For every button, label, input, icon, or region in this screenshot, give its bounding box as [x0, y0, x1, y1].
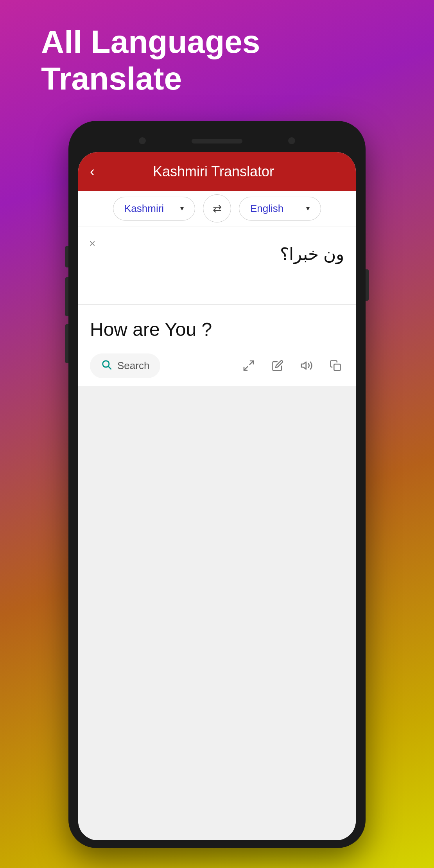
power-button [366, 269, 369, 301]
edit-button[interactable] [269, 357, 286, 374]
clear-button[interactable]: × [89, 237, 95, 250]
svg-line-1 [108, 366, 111, 369]
back-button[interactable]: ‹ [90, 163, 95, 180]
translated-text: How are You ? [90, 316, 344, 343]
earpiece-speaker [192, 139, 242, 143]
app-header: ‹ Kashmiri Translator [78, 152, 356, 191]
front-camera-right [288, 137, 295, 144]
source-text: ون خبرا؟ [90, 238, 344, 266]
volume-up-button [65, 277, 68, 316]
speaker-button[interactable] [298, 357, 315, 374]
translated-area: How are You ? Search [78, 305, 356, 386]
volume-silent-button [65, 246, 68, 267]
search-icon [101, 359, 112, 373]
source-language-label: Kashmiri [124, 203, 164, 215]
target-language-chevron: ▾ [306, 204, 310, 213]
svg-line-2 [250, 361, 253, 364]
svg-line-3 [244, 367, 247, 370]
action-bar: Search [90, 353, 344, 378]
target-language-dropdown[interactable]: English ▾ [239, 197, 321, 221]
app-title: Kashmiri Translator [106, 163, 321, 180]
source-language-chevron: ▾ [180, 204, 184, 213]
search-button[interactable]: Search [90, 353, 160, 378]
volume-down-button [65, 324, 68, 363]
page-title: All Languages Translate [41, 23, 393, 97]
svg-rect-5 [334, 364, 340, 371]
source-text-area: × ون خبرا؟ [78, 226, 356, 305]
bottom-area [78, 386, 356, 840]
phone-top-bar [76, 129, 358, 152]
source-language-dropdown[interactable]: Kashmiri ▾ [113, 197, 195, 221]
language-bar: Kashmiri ▾ ⇄ English ▾ [78, 191, 356, 226]
search-label: Search [117, 360, 149, 372]
action-icons [240, 357, 344, 374]
target-language-label: English [250, 203, 283, 215]
phone-screen: ‹ Kashmiri Translator Kashmiri ▾ ⇄ Engli… [78, 152, 356, 840]
front-camera-dot [139, 137, 146, 144]
phone-shell: ‹ Kashmiri Translator Kashmiri ▾ ⇄ Engli… [68, 121, 366, 848]
copy-button[interactable] [327, 357, 344, 374]
svg-marker-4 [301, 362, 306, 369]
swap-languages-button[interactable]: ⇄ [203, 194, 231, 222]
expand-button[interactable] [240, 357, 257, 374]
swap-icon: ⇄ [213, 202, 222, 215]
